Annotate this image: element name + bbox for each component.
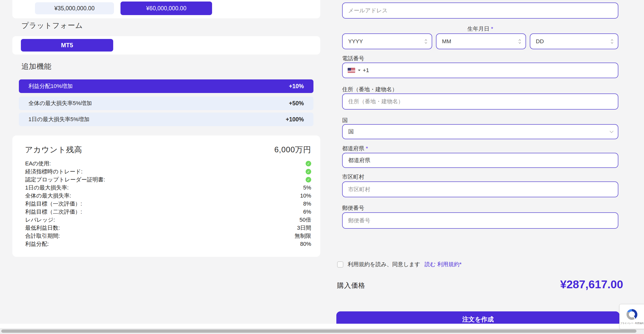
account-details-list: EAの使用: ✓ 経済指標時のトレード: ✓ 認定プロップトレーダー証明書: ✓… [25,160,311,248]
detail-row-profit-target-2: 利益目標（二次評価）: 6% [25,208,311,216]
phone-field[interactable]: +1 [342,63,618,78]
detail-row-min-profit-days: 最低利益日数: 3日間 [25,224,311,232]
platform-card: MT5 [12,36,320,55]
detail-row-profit-split: 利益分配: 80% [25,240,311,248]
postal-code-label: 郵便番号 [342,204,364,212]
phone-label: 電話番号 [342,55,364,62]
account-balance-heading: アカウント残高 [25,145,82,155]
recaptcha-logo-icon [626,308,638,321]
address-field[interactable] [342,93,618,110]
page-bottom-edge [0,324,644,328]
chevron-down-icon [609,130,614,133]
purchase-price-value: ¥287,617.00 [560,278,623,291]
horizontal-scrollbar-thumb[interactable] [1,329,636,333]
birth-year-select[interactable]: YYYY [342,33,432,49]
detail-row-leverage: レバレッジ: 50倍 [25,216,311,224]
terms-row: 利用規約を読み、同意します 読む 利用規約* [337,259,462,270]
required-asterisk: * [491,26,493,32]
addon-label: 利益分配10%増加 [28,82,73,90]
addon-row-max-daily-loss[interactable]: 1日の最大損失率5%増加 +100% [19,113,313,126]
detail-row-total-loss: 全体の最大損失率: 10% [25,192,311,200]
checkmark-icon: ✓ [306,177,311,182]
addon-row-profit-split[interactable]: 利益分配10%増加 +10% [19,79,313,93]
addons-heading: 追加機能 [21,62,52,72]
addon-price-delta: +50% [289,100,304,107]
email-field[interactable] [342,3,618,19]
balance-options-card: ¥35,000,000.00 ¥60,000,000.00 [12,0,320,18]
recaptcha-badge[interactable]: プライバシー - 利用規約 [619,304,644,329]
birthdate-label: 生年月日 * [342,25,618,33]
addon-price-delta: +10% [289,83,304,90]
balance-option-60m-selected[interactable]: ¥60,000,000.00 [120,2,212,15]
addon-price-delta: +100% [286,116,304,123]
prefecture-label: 都道府県 * [342,145,368,152]
birth-day-select[interactable]: DD [530,33,618,49]
detail-row-ea: EAの使用: ✓ [25,160,311,168]
checkmark-icon: ✓ [306,169,311,174]
platform-option-mt5[interactable]: MT5 [21,39,113,52]
detail-row-trading-period: 合計取引期間: 無制限 [25,232,311,240]
birth-month-select[interactable]: MM [436,33,526,49]
select-spinner-icon [518,38,521,44]
select-spinner-icon [424,38,428,44]
select-spinner-icon [610,38,614,44]
dial-code: +1 [363,67,369,74]
required-asterisk: * [366,145,368,152]
balance-option-35m[interactable]: ¥35,000,000.00 [35,2,114,14]
detail-row-daily-loss: 1日の最大損失率: 5% [25,184,311,192]
purchase-price-label: 購入価格 [337,281,365,290]
country-select[interactable]: 国 [342,124,618,139]
detail-row-news-trading: 経済指標時のトレード: ✓ [25,168,311,176]
account-summary-card: アカウント残高 6,000万円 EAの使用: ✓ 経済指標時のトレード: ✓ 認… [12,135,320,257]
address-label: 住所（番地・建物名） [342,86,397,93]
account-balance-value: 6,000万円 [274,145,311,155]
platform-heading: プラットフォーム [21,21,83,31]
detail-row-certificate: 認定プロップトレーダー証明書: ✓ [25,176,311,184]
recaptcha-privacy-terms[interactable]: プライバシー - 利用規約 [620,322,644,325]
detail-row-profit-target-1: 利益目標（一次評価）: 8% [25,200,311,208]
addon-row-max-total-loss[interactable]: 全体の最大損失率5%増加 +50% [19,97,313,110]
us-flag-icon[interactable] [348,68,355,73]
checkout-page: ¥35,000,000.00 ¥60,000,000.00 プラットフォーム M… [0,0,644,334]
postal-code-field[interactable] [342,212,618,229]
flag-dropdown-arrow-icon[interactable] [358,70,360,71]
checkmark-icon: ✓ [306,161,311,166]
terms-link[interactable]: 読む 利用規約* [425,261,462,268]
city-label: 市区町村 [342,173,364,181]
addon-label: 全体の最大損失率5%増加 [28,100,92,107]
city-field[interactable] [342,181,618,197]
terms-checkbox[interactable] [337,261,343,268]
terms-text: 利用規約を読み、同意します [348,261,420,268]
country-label: 国 [342,117,348,124]
addon-label: 1日の最大損失率5%増加 [28,116,90,123]
prefecture-field[interactable] [342,153,618,168]
